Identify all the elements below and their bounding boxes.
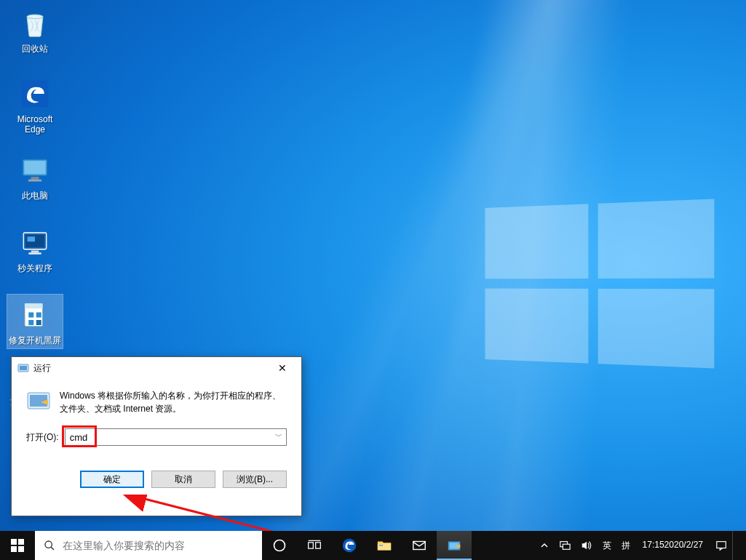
svg-rect-23 (18, 539, 24, 545)
run-titlebar[interactable]: 运行 ✕ (12, 357, 301, 379)
show-desktop-button[interactable] (732, 531, 743, 560)
edge-icon (17, 76, 52, 111)
this-pc-icon[interactable]: 此电脑 (7, 153, 63, 201)
svg-rect-14 (36, 313, 41, 318)
recycle-bin-label: 回收站 (7, 44, 63, 54)
taskbar: 英 拼 17:15 2020/2/27 (0, 531, 746, 560)
fix-boot-icon[interactable]: 修复开机黑屏 (7, 295, 63, 348)
start-button[interactable] (0, 531, 35, 560)
network-icon[interactable] (554, 531, 576, 560)
svg-rect-5 (28, 180, 41, 182)
clock-date: 2020/2/27 (664, 540, 703, 551)
svg-point-0 (27, 15, 43, 19)
registry-icon (17, 297, 52, 332)
cortana-button[interactable] (262, 531, 297, 560)
system-tray: 英 拼 17:15 2020/2/27 (532, 531, 746, 560)
windows-logo-graphic (485, 199, 714, 368)
taskbar-file-explorer[interactable] (367, 531, 402, 560)
shutdown-icon (17, 225, 52, 260)
ime-mode[interactable]: 拼 (616, 531, 635, 560)
run-description: Windows 将根据你所输入的名称，为你打开相应的程序、文件夹、文档或 Int… (60, 389, 287, 415)
svg-rect-29 (309, 543, 314, 548)
svg-point-26 (45, 541, 52, 548)
run-dialog: 运行 ✕ Windows 将根据你所输入的名称，为你打开相应的程序、文件夹、文档… (11, 356, 302, 516)
cancel-button[interactable]: 取消 (151, 471, 215, 488)
taskbar-edge[interactable] (332, 531, 367, 560)
run-dialog-icon (17, 362, 29, 374)
search-icon (44, 540, 55, 551)
browse-button[interactable]: 浏览(B)... (223, 471, 287, 488)
svg-rect-22 (11, 539, 17, 545)
svg-rect-33 (378, 543, 391, 550)
svg-rect-15 (28, 320, 33, 325)
fix-boot-label: 修复开机黑屏 (7, 335, 63, 345)
svg-line-27 (51, 547, 54, 550)
taskbar-clock[interactable]: 17:15 2020/2/27 (635, 531, 710, 560)
run-title: 运行 (33, 362, 268, 375)
svg-point-28 (274, 540, 285, 551)
task-view-button[interactable] (297, 531, 332, 560)
ime-lang[interactable]: 英 (598, 531, 616, 560)
svg-rect-39 (563, 544, 570, 549)
svg-rect-4 (31, 177, 39, 180)
taskbar-mail[interactable] (402, 531, 437, 560)
svg-rect-10 (28, 252, 41, 255)
search-input[interactable] (63, 540, 253, 551)
svg-rect-34 (379, 545, 384, 545)
volume-icon[interactable] (576, 531, 598, 560)
desktop-wallpaper[interactable]: 回收站 Microsoft Edge 此电脑 (0, 0, 746, 531)
ok-button[interactable]: 确定 (80, 471, 144, 488)
run-input[interactable] (65, 428, 287, 446)
shutdown-label: 秒关程序 (7, 263, 63, 273)
svg-rect-12 (25, 303, 43, 308)
open-label: 打开(O): (26, 431, 59, 444)
svg-rect-16 (36, 320, 41, 325)
monitor-icon (17, 153, 52, 188)
taskbar-run-active[interactable] (437, 531, 472, 560)
shutdown-program-icon[interactable]: 秒关程序 (7, 225, 63, 273)
edge-label: Microsoft Edge (7, 114, 63, 135)
svg-rect-30 (316, 543, 321, 548)
trash-icon (17, 6, 52, 41)
svg-rect-35 (413, 542, 426, 550)
microsoft-edge-icon[interactable]: Microsoft Edge (7, 76, 63, 135)
svg-rect-18 (20, 366, 27, 370)
svg-rect-13 (28, 313, 33, 318)
svg-rect-24 (11, 546, 17, 552)
svg-rect-9 (31, 251, 39, 253)
svg-rect-3 (24, 161, 45, 174)
close-button[interactable]: ✕ (268, 359, 297, 377)
action-center-button[interactable] (710, 531, 732, 560)
svg-rect-40 (717, 542, 726, 548)
svg-rect-25 (18, 546, 24, 552)
clock-time: 17:15 (643, 540, 664, 551)
svg-point-32 (343, 539, 356, 552)
taskbar-search[interactable] (35, 531, 262, 560)
tray-overflow-button[interactable] (535, 531, 554, 560)
recycle-bin-icon[interactable]: 回收站 (7, 6, 63, 54)
svg-rect-8 (28, 236, 36, 241)
this-pc-label: 此电脑 (7, 191, 63, 201)
run-body-icon (26, 389, 51, 414)
